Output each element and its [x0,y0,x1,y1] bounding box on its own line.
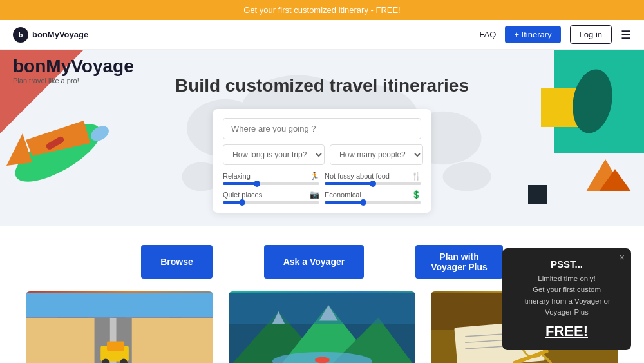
svg-rect-44 [229,293,416,324]
slider-food: Not fussy about food 🍴 [325,172,421,185]
destination-input[interactable] [223,118,421,139]
browse-button[interactable]: Browse [141,245,213,279]
menu-icon[interactable]: ☰ [621,28,631,42]
voyager-plus-button[interactable]: Plan withVoyager Plus [415,245,503,279]
top-banner: Get your first customized itinerary - FR… [0,0,644,20]
hero-section: bonMyVoyage Plan travel like a pro! Buil… [0,50,644,226]
svg-rect-32 [107,341,124,351]
voyager-card: Ask a Voyager Discover the hidden gems o… [229,291,416,363]
popup-close-button[interactable]: × [620,252,625,262]
hero-logo-block: bonMyVoyage Plan travel like a pro! [13,56,134,84]
browse-card: Browse Catalog Checkout the wide range o… [26,291,213,363]
add-itinerary-button[interactable]: + Itinerary [505,26,560,43]
slider-food-icon: 🍴 [412,172,421,181]
banner-text: Get your first customized itinerary - FR… [243,5,400,15]
people-select[interactable]: How many people? [330,144,423,165]
popup: × PSST... Limited time only!Get your fir… [502,248,631,350]
slider-economical-icon: 💲 [412,190,421,199]
svg-rect-35 [26,293,213,318]
faq-link[interactable]: FAQ [479,30,496,39]
trip-length-select[interactable]: How long is your trip? [223,144,325,165]
login-button[interactable]: Log in [570,25,612,44]
hero-content: Build customized travel itineraries How … [13,69,631,213]
nav-logo: b bonMyVoyage [13,27,88,43]
slider-relaxing-icon: 🏃 [310,172,319,181]
hero-logo-text: bonMyVoyage [13,56,134,77]
slider-relaxing: Relaxing 🏃 [223,172,319,185]
slider-quiet-icon: 📷 [310,190,319,199]
navbar: b bonMyVoyage FAQ + Itinerary Log in ☰ [0,20,644,50]
popup-free-text: FREE! [513,323,621,340]
popup-title: PSST... [513,259,621,270]
hero-logo-sub: Plan travel like a pro! [13,77,134,84]
nav-logo-circle: b [13,27,28,43]
nav-right: FAQ + Itinerary Log in ☰ [479,25,631,44]
sliders-block: Relaxing 🏃 Not fussy about food 🍴 [223,172,421,204]
svg-point-43 [314,357,329,363]
slider-quiet: Quiet places 📷 [223,190,319,204]
ask-voyager-button[interactable]: Ask a Voyager [264,245,364,279]
search-row: How long is your trip? How many people? [223,144,421,165]
slider-economical: Economical 💲 [325,190,421,204]
voyager-card-image [229,291,416,363]
popup-body: Limited time only!Get your first customi… [513,273,621,318]
search-form: How long is your trip? How many people? … [213,109,431,213]
browse-card-image [26,291,213,363]
